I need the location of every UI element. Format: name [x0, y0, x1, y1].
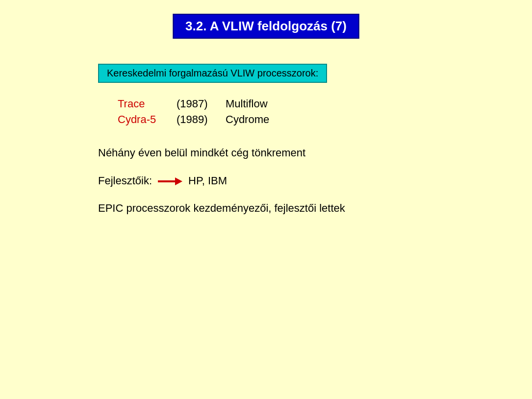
content-area: Kereskedelmi forgalmazású VLIW processzo…	[98, 64, 493, 230]
svg-marker-1	[175, 177, 182, 185]
processor-year-2: (1989)	[177, 113, 226, 126]
header-box-text: Kereskedelmi forgalmazású VLIW processzo…	[107, 68, 318, 78]
processor-name-1: Trace	[118, 98, 177, 110]
processor-year-1: (1987)	[177, 98, 226, 110]
developers-label: Fejlesztőik:	[98, 175, 152, 187]
title-bar: 3.2. A VLIW feldolgozás (7)	[173, 14, 359, 39]
arrow-icon	[158, 175, 182, 187]
developers-names: HP, IBM	[188, 175, 227, 187]
page-title: 3.2. A VLIW feldolgozás (7)	[185, 19, 347, 33]
developers-row: Fejlesztőik: HP, IBM	[98, 175, 493, 187]
processor-company-2: Cydrome	[226, 113, 269, 126]
processor-name-2: Cydra-5	[118, 113, 177, 126]
body-text-1: Néhány éven belül mindkét cég tönkrement	[98, 146, 493, 161]
processor-row-1: Trace (1987) Multiflow	[118, 98, 493, 110]
processor-row-2: Cydra-5 (1989) Cydrome	[118, 113, 493, 126]
body-text-2: EPIC processzorok kezdeményezői, fejlesz…	[98, 201, 493, 216]
processors-table: Trace (1987) Multiflow Cydra-5 (1989) Cy…	[118, 98, 493, 126]
header-box: Kereskedelmi forgalmazású VLIW processzo…	[98, 64, 327, 83]
processor-company-1: Multiflow	[226, 98, 268, 110]
